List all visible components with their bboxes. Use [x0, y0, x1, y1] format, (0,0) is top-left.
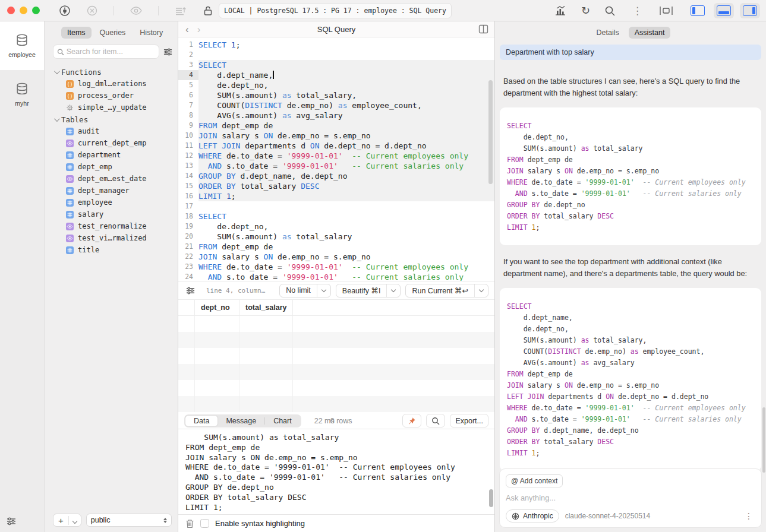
- history-line: AND s.to_date = '9999-01-01' -- Current …: [185, 473, 494, 483]
- back-icon[interactable]: ‹: [185, 24, 189, 34]
- table-row[interactable]: [178, 316, 494, 332]
- beautify-button[interactable]: Beautify ⌘I: [336, 284, 401, 297]
- ask-anything-input[interactable]: [506, 493, 755, 502]
- tab-items[interactable]: Items: [61, 27, 92, 39]
- connection-myhr[interactable]: myhr: [0, 70, 44, 119]
- item-search-field[interactable]: [53, 45, 159, 59]
- disconnect-icon[interactable]: [86, 5, 98, 17]
- provider-icon: [512, 512, 519, 520]
- minimize-window-button[interactable]: [20, 7, 27, 14]
- tree-group-tables[interactable]: Tables: [45, 113, 178, 125]
- tab-message[interactable]: Message: [217, 416, 264, 426]
- sidebar-item-log-dml-erations[interactable]: ()log_dml…erations: [45, 78, 178, 90]
- connection-title-dropdown[interactable]: LOCAL | PostgreSQL 17.5 : PG 17 : employ…: [219, 3, 452, 18]
- editor-line-9: 9FROM dept_emp de: [178, 121, 494, 131]
- tab-history[interactable]: History: [134, 27, 169, 39]
- commit-queue-icon[interactable]: [174, 5, 187, 17]
- tab-queries[interactable]: Queries: [94, 27, 132, 39]
- item-label: dept_emp: [78, 163, 112, 171]
- add-context-button[interactable]: @ Add context: [506, 474, 563, 487]
- close-window-button[interactable]: [7, 7, 15, 14]
- preview-eye-icon[interactable]: [130, 5, 143, 17]
- forward-icon[interactable]: ›: [197, 24, 201, 34]
- table-row[interactable]: [178, 348, 494, 364]
- schema-select[interactable]: public: [86, 514, 172, 527]
- pin-result-button[interactable]: [402, 414, 421, 428]
- chevron-down-icon: [391, 287, 396, 292]
- code-line: SUM(s.amount) as total_salary,: [507, 335, 754, 346]
- code-line: FROM dept_emp de: [507, 369, 754, 380]
- syntax-highlighting-checkbox[interactable]: [200, 519, 209, 528]
- editor-settings-icon[interactable]: [185, 286, 196, 295]
- connection-label: myhr: [15, 100, 29, 107]
- assistant-scrollbar[interactable]: [762, 407, 765, 473]
- sidebar-item-test-renormalize[interactable]: test_renormalize: [45, 220, 178, 232]
- sidebar-item-salary[interactable]: salary: [45, 208, 178, 220]
- sql-editor[interactable]: 1SELECT 1;2 3SELECT4 d.dept_name,5 de.de…: [178, 37, 494, 281]
- editor-line-3: 3SELECT: [178, 60, 494, 70]
- provider-selector[interactable]: Anthropic: [506, 509, 559, 522]
- editor-line-1: 1SELECT 1;: [178, 40, 494, 50]
- query-history-panel[interactable]: SUM(s.amount) as total_salaryFROM dept_e…: [178, 429, 494, 514]
- sidebar-item-audit[interactable]: audit: [45, 125, 178, 137]
- table-row[interactable]: [178, 380, 494, 396]
- export-button[interactable]: Export...: [450, 414, 488, 428]
- sidebar-item-test-vi-rmalized[interactable]: test_vi…rmalized: [45, 232, 178, 244]
- code-line: AVG(s.amount) as avg_salary: [507, 357, 754, 369]
- add-item-button[interactable]: +: [53, 514, 81, 527]
- zoom-window-button[interactable]: [32, 7, 40, 14]
- chevron-down-icon: [54, 116, 60, 122]
- code-line: ORDER BY total_salary DESC: [507, 211, 754, 222]
- table-row[interactable]: [178, 332, 494, 348]
- tab-chart[interactable]: Chart: [265, 416, 300, 426]
- sidebar-item-simple-y-update[interactable]: simple_…y_update: [45, 102, 178, 113]
- tab-details[interactable]: Details: [591, 27, 625, 39]
- toggle-right-panel-button[interactable]: [740, 3, 760, 18]
- refresh-icon[interactable]: ↻: [581, 4, 590, 17]
- cursor-position-label: line 4, column…: [200, 287, 275, 294]
- sidebar-item-employee[interactable]: employee: [45, 197, 178, 208]
- rail-settings-icon[interactable]: [6, 517, 17, 526]
- table-row[interactable]: [178, 364, 494, 380]
- split-editor-icon[interactable]: [478, 24, 488, 34]
- run-current-button[interactable]: Run Current ⌘↩: [405, 284, 488, 297]
- trash-icon[interactable]: [185, 519, 194, 528]
- filter-icon[interactable]: [163, 48, 173, 56]
- more-options-icon[interactable]: ⋮: [630, 5, 645, 17]
- limit-select[interactable]: No limit: [279, 284, 331, 297]
- table-row[interactable]: [178, 396, 494, 412]
- column-header-dept-no[interactable]: dept_no: [195, 300, 239, 315]
- sidebar-item-dept-emp[interactable]: dept_emp: [45, 161, 178, 173]
- sidebar-item-current-dept-emp[interactable]: current_dept_emp: [45, 137, 178, 149]
- composer-menu-icon[interactable]: ⋮: [742, 511, 755, 521]
- provider-name: Anthropic: [523, 512, 553, 520]
- tab-data[interactable]: Data: [185, 416, 217, 426]
- sidebar-item-process-order[interactable]: ()process_order: [45, 90, 178, 102]
- editor-statusbar: line 4, column… No limit Beautify ⌘I Run…: [178, 281, 494, 299]
- results-grid[interactable]: dept_no total_salary: [178, 299, 494, 413]
- assistant-scroll-area[interactable]: Department with top salary Based on the …: [495, 42, 766, 471]
- view-icon: [66, 235, 74, 242]
- tree-group-functions[interactable]: Functions: [45, 66, 178, 78]
- lock-icon[interactable]: [203, 5, 213, 17]
- assistant-message-text: If you want to see the top department wi…: [500, 245, 761, 288]
- sidebar-item-dept-em-est-date[interactable]: dept_em…est_date: [45, 173, 178, 185]
- tab-assistant[interactable]: Assistant: [629, 27, 671, 39]
- connection-employee[interactable]: employee: [0, 21, 44, 70]
- toggle-left-sidebar-button[interactable]: [688, 3, 708, 18]
- chart-icon[interactable]: [554, 5, 567, 17]
- window-width-icon[interactable]: [659, 5, 673, 16]
- history-scrollbar[interactable]: [489, 489, 493, 507]
- search-icon[interactable]: [604, 5, 616, 17]
- search-input[interactable]: [67, 48, 155, 56]
- editor-scrollbar[interactable]: [488, 80, 493, 184]
- toggle-bottom-panel-button[interactable]: [714, 3, 734, 18]
- conversation-title[interactable]: Department with top salary: [500, 45, 761, 60]
- sidebar-item-dept-manager[interactable]: dept_manager: [45, 185, 178, 197]
- search-results-button[interactable]: [426, 414, 445, 428]
- column-header-total-salary[interactable]: total_salary: [239, 300, 293, 315]
- sidebar-item-department[interactable]: department: [45, 149, 178, 161]
- connection-icon[interactable]: [59, 5, 71, 17]
- sidebar-item-title[interactable]: title: [45, 244, 178, 256]
- editor-line-17: 17: [178, 201, 494, 211]
